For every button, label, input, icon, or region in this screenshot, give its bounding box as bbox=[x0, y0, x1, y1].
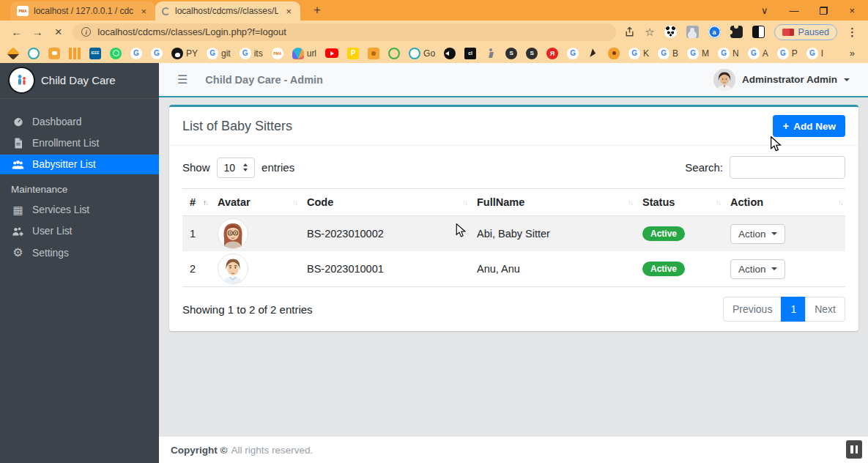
camera-emoji-icon bbox=[368, 48, 379, 59]
sidebar-item-services-list[interactable]: Services List bbox=[0, 200, 159, 220]
column-header-avatar[interactable]: Avatar bbox=[210, 189, 300, 216]
bookmark-label: url bbox=[307, 48, 316, 59]
search-input[interactable] bbox=[730, 156, 845, 179]
page-number-button[interactable]: 1 bbox=[781, 297, 806, 322]
bookmark-item[interactable]: M bbox=[687, 48, 709, 59]
pause-overlay-button[interactable] bbox=[846, 440, 862, 459]
sidebar-item-babysitter-list[interactable]: Babysitter List bbox=[0, 155, 159, 174]
user-menu[interactable]: Adminstrator Admin bbox=[713, 69, 850, 91]
bookmark-item[interactable]: B bbox=[658, 48, 678, 59]
tab-close-icon[interactable]: × bbox=[138, 7, 149, 16]
bookmark-item[interactable] bbox=[48, 48, 60, 59]
tab-phpmyadmin[interactable]: localhost / 127.0.0.1 / cdcms_db × bbox=[10, 1, 155, 21]
previous-page-button[interactable]: Previous bbox=[723, 297, 782, 322]
column-header-code[interactable]: Code bbox=[300, 189, 470, 216]
dashboard-icon bbox=[11, 116, 25, 127]
browser-menu-icon[interactable] bbox=[847, 26, 858, 39]
bookmark-item[interactable]: git bbox=[207, 48, 231, 59]
profile-extension-icon[interactable] bbox=[686, 26, 699, 38]
share-icon[interactable] bbox=[624, 26, 635, 37]
sidebar-item-label: Services List bbox=[32, 204, 89, 215]
bookmark-item[interactable] bbox=[130, 48, 142, 59]
close-window-button[interactable]: × bbox=[849, 6, 855, 15]
loading-spinner-icon bbox=[162, 7, 170, 15]
minimize-button[interactable]: — bbox=[789, 6, 798, 15]
bookmark-item[interactable] bbox=[567, 48, 579, 59]
new-tab-button[interactable]: + bbox=[309, 3, 325, 18]
add-new-button[interactable]: Add New bbox=[773, 115, 845, 137]
back-button[interactable]: ← bbox=[10, 26, 23, 37]
action-button[interactable]: Action bbox=[730, 259, 785, 279]
bookmark-item[interactable]: A bbox=[748, 48, 768, 59]
bookmark-item[interactable]: Go bbox=[409, 48, 435, 59]
sidebar-item-dashboard[interactable]: Dashboard bbox=[0, 111, 159, 132]
hamburger-menu-icon[interactable] bbox=[177, 73, 188, 86]
paused-extension-button[interactable]: Paused bbox=[774, 24, 837, 40]
tab-close-icon[interactable]: × bbox=[283, 7, 294, 16]
youtube-icon bbox=[325, 48, 338, 58]
bookmark-item[interactable] bbox=[444, 48, 456, 59]
tab-cdcms-active[interactable]: localhost/cdcms//classes/Login.p × bbox=[155, 1, 300, 21]
sidebar-item-settings[interactable]: Settings bbox=[0, 242, 159, 263]
bookmark-label: its bbox=[254, 48, 263, 59]
bookmark-item[interactable]: its bbox=[240, 48, 263, 59]
bookmark-item[interactable] bbox=[608, 48, 620, 59]
page-size-select[interactable]: 10 bbox=[217, 158, 256, 178]
bookmark-item[interactable] bbox=[28, 48, 40, 59]
contrast-extension-icon[interactable] bbox=[752, 26, 765, 38]
bookmark-label: N bbox=[732, 48, 739, 59]
bookmark-item[interactable]: K bbox=[628, 48, 649, 59]
column-header-status[interactable]: Status bbox=[635, 189, 723, 216]
bookmark-item[interactable] bbox=[526, 48, 538, 59]
bookmark-item[interactable] bbox=[347, 48, 359, 59]
whatsapp-icon bbox=[110, 48, 122, 59]
sidebar-item-user-list[interactable]: User List bbox=[0, 221, 159, 241]
bookmark-item[interactable]: P bbox=[777, 48, 798, 59]
bookmark-item[interactable] bbox=[69, 48, 81, 59]
bookmark-item[interactable] bbox=[505, 48, 517, 59]
tab-search-icon[interactable]: ∨ bbox=[761, 6, 768, 15]
bookmark-item[interactable] bbox=[7, 48, 19, 59]
swirl-teal-icon bbox=[28, 48, 40, 59]
next-page-button[interactable]: Next bbox=[805, 297, 845, 322]
file-icon bbox=[11, 138, 25, 149]
bookmark-item[interactable]: N bbox=[718, 48, 739, 59]
google-g-icon bbox=[207, 48, 218, 59]
bookmark-item[interactable] bbox=[546, 48, 558, 59]
site-info-icon[interactable]: i bbox=[81, 27, 91, 37]
status-badge: Active bbox=[642, 262, 685, 276]
users-icon bbox=[11, 160, 25, 170]
bookmark-item[interactable] bbox=[368, 48, 379, 59]
bookmark-item[interactable] bbox=[485, 48, 497, 59]
stop-loading-button[interactable]: × bbox=[52, 26, 64, 38]
bookmark-item[interactable] bbox=[587, 48, 599, 59]
bookmark-item[interactable] bbox=[325, 48, 338, 58]
babysitter-code: BS-2023010002 bbox=[300, 216, 470, 252]
bookmark-item[interactable]: I bbox=[806, 48, 823, 59]
restore-button[interactable] bbox=[820, 7, 828, 15]
action-button[interactable]: Action bbox=[730, 224, 785, 244]
column-header-action[interactable]: Action bbox=[723, 189, 845, 216]
bookmark-item[interactable]: url bbox=[292, 48, 316, 59]
column-header-fullname[interactable]: FullName bbox=[470, 189, 635, 216]
bookmarks-overflow-icon[interactable]: » bbox=[844, 48, 861, 59]
bookmark-item[interactable] bbox=[89, 48, 101, 59]
bookmark-item[interactable] bbox=[272, 48, 283, 59]
bookmark-item[interactable]: PY bbox=[171, 48, 198, 59]
google-g-icon bbox=[628, 48, 640, 59]
p-yellow-icon bbox=[347, 48, 359, 59]
column-header-num[interactable]: # bbox=[182, 189, 210, 216]
bookmark-item[interactable] bbox=[464, 48, 476, 59]
bookmark-item[interactable] bbox=[151, 48, 163, 59]
bookmark-star-icon[interactable] bbox=[645, 26, 654, 39]
a-extension-icon[interactable] bbox=[708, 26, 721, 38]
panda-extension-icon[interactable] bbox=[664, 26, 677, 38]
bookmark-item[interactable] bbox=[388, 48, 400, 59]
google-g-icon bbox=[130, 48, 142, 59]
extensions-puzzle-icon[interactable] bbox=[730, 26, 743, 38]
address-bar[interactable]: i localhost/cdcms//classes/Login.php?f=l… bbox=[73, 23, 616, 41]
brand[interactable]: Child Day Care bbox=[0, 63, 159, 99]
forward-button[interactable]: → bbox=[31, 26, 43, 37]
bookmark-item[interactable] bbox=[110, 48, 122, 59]
sidebar-item-enrollment-list[interactable]: Enrollment List bbox=[0, 133, 159, 153]
